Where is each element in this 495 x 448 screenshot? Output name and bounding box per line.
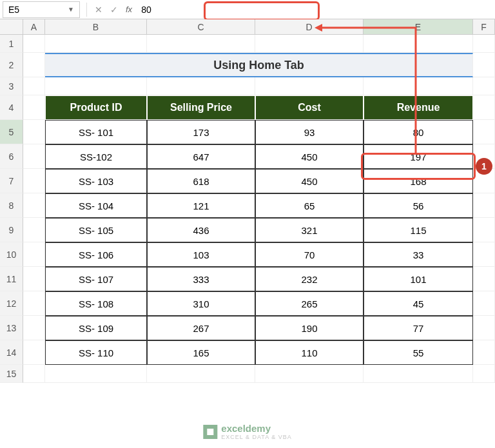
col-header-F[interactable]: F	[473, 19, 495, 34]
cell[interactable]	[147, 77, 255, 95]
fx-icon[interactable]: fx	[126, 5, 132, 14]
cell-product-id[interactable]: SS- 108	[45, 291, 147, 316]
row-header[interactable]: 15	[0, 365, 23, 383]
cell-revenue[interactable]: 55	[364, 340, 473, 365]
cell-cost[interactable]: 93	[255, 120, 364, 144]
row-header[interactable]: 7	[0, 169, 23, 193]
col-header-C[interactable]: C	[147, 19, 255, 34]
cell[interactable]	[473, 53, 495, 77]
col-header-E[interactable]: E	[364, 19, 473, 34]
cell-cost[interactable]: 321	[255, 218, 364, 242]
cell[interactable]	[23, 365, 45, 383]
cell[interactable]	[255, 35, 364, 53]
cell[interactable]	[23, 242, 45, 267]
cell-product-id[interactable]: SS-102	[45, 144, 147, 169]
cell[interactable]	[147, 35, 255, 53]
cell-product-id[interactable]: SS- 110	[45, 340, 147, 365]
cell-cost[interactable]: 265	[255, 291, 364, 316]
cell[interactable]	[23, 316, 45, 340]
col-header-A[interactable]: A	[23, 19, 45, 34]
cell-revenue[interactable]: 77	[364, 316, 473, 340]
cell-price[interactable]: 103	[147, 242, 255, 267]
cell[interactable]	[23, 144, 45, 169]
cell-revenue[interactable]: 115	[364, 218, 473, 242]
row-header[interactable]: 2	[0, 53, 23, 77]
cell[interactable]	[473, 218, 495, 242]
title-cell[interactable]: Using Home Tab	[45, 53, 473, 77]
cell[interactable]	[255, 365, 364, 383]
row-header[interactable]: 1	[0, 35, 23, 53]
table-header[interactable]: Revenue	[364, 95, 473, 120]
cell[interactable]	[147, 365, 255, 383]
cell-cost[interactable]: 190	[255, 316, 364, 340]
row-header[interactable]: 8	[0, 193, 23, 218]
cell[interactable]	[45, 77, 147, 95]
cell-revenue[interactable]: 168	[364, 169, 473, 193]
cell[interactable]	[473, 242, 495, 267]
cell[interactable]	[473, 291, 495, 316]
cell-cost[interactable]: 450	[255, 169, 364, 193]
cell-price[interactable]: 647	[147, 144, 255, 169]
cell[interactable]	[23, 218, 45, 242]
check-icon[interactable]: ✓	[106, 2, 122, 17]
table-header[interactable]: Cost	[255, 95, 364, 120]
cell-cost[interactable]: 70	[255, 242, 364, 267]
cell[interactable]	[473, 340, 495, 365]
row-header[interactable]: 12	[0, 291, 23, 316]
cell-cost[interactable]: 110	[255, 340, 364, 365]
cell-product-id[interactable]: SS- 103	[45, 169, 147, 193]
cell[interactable]	[23, 340, 45, 365]
cell-price[interactable]: 173	[147, 120, 255, 144]
row-header[interactable]: 6	[0, 144, 23, 169]
table-header[interactable]: Selling Price	[147, 95, 255, 120]
cell[interactable]	[23, 169, 45, 193]
cell[interactable]	[364, 35, 473, 53]
cell-price[interactable]: 618	[147, 169, 255, 193]
row-header[interactable]: 5	[0, 120, 23, 144]
table-header[interactable]: Product ID	[45, 95, 147, 120]
cell-cost[interactable]: 65	[255, 193, 364, 218]
cell-revenue[interactable]: 33	[364, 242, 473, 267]
cell[interactable]	[473, 77, 495, 95]
cell[interactable]	[23, 95, 45, 120]
cell[interactable]	[23, 193, 45, 218]
cancel-icon[interactable]: ✕	[91, 2, 106, 17]
cell[interactable]	[364, 77, 473, 95]
row-header[interactable]: 3	[0, 77, 23, 95]
cell-product-id[interactable]: SS- 107	[45, 267, 147, 291]
cell[interactable]	[473, 120, 495, 144]
cell[interactable]	[23, 291, 45, 316]
cell-price[interactable]: 436	[147, 218, 255, 242]
cell-product-id[interactable]: SS- 101	[45, 120, 147, 144]
cell[interactable]	[45, 35, 147, 53]
cell-product-id[interactable]: SS- 105	[45, 218, 147, 242]
cell[interactable]	[473, 267, 495, 291]
chevron-down-icon[interactable]: ▼	[68, 6, 74, 13]
row-header[interactable]: 9	[0, 218, 23, 242]
cell[interactable]	[473, 193, 495, 218]
cell-revenue[interactable]: 56	[364, 193, 473, 218]
select-all-corner[interactable]	[0, 19, 23, 34]
cell-price[interactable]: 267	[147, 316, 255, 340]
cell-price[interactable]: 310	[147, 291, 255, 316]
cell[interactable]	[23, 77, 45, 95]
cell-revenue[interactable]: 197	[364, 144, 473, 169]
cell-revenue-selected[interactable]: 80	[364, 120, 473, 144]
row-header[interactable]: 4	[0, 95, 23, 120]
cell-price[interactable]: 121	[147, 193, 255, 218]
name-box[interactable]: E5 ▼	[3, 1, 80, 18]
cell-revenue[interactable]: 101	[364, 267, 473, 291]
row-header[interactable]: 14	[0, 340, 23, 365]
cell-product-id[interactable]: SS- 106	[45, 242, 147, 267]
cell[interactable]	[364, 365, 473, 383]
cell-product-id[interactable]: SS- 109	[45, 316, 147, 340]
cell[interactable]	[473, 365, 495, 383]
cell-cost[interactable]: 450	[255, 144, 364, 169]
cell[interactable]	[23, 267, 45, 291]
cell-cost[interactable]: 232	[255, 267, 364, 291]
cell[interactable]	[23, 53, 45, 77]
row-header[interactable]: 11	[0, 267, 23, 291]
cell-product-id[interactable]: SS- 104	[45, 193, 147, 218]
cell[interactable]	[255, 77, 364, 95]
cell-revenue[interactable]: 45	[364, 291, 473, 316]
